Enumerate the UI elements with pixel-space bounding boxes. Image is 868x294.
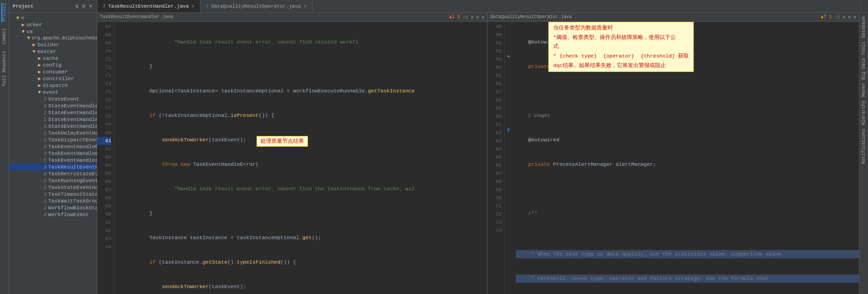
folder-icon-consumer: ▶ [38,69,41,75]
code-line-73: "Handle task result event error, cannot … [124,185,487,193]
java-selected-icon: J [43,164,47,170]
chinese-tooltip-right: 当任务类型为数据质量时 *阈值、检查类型、操作员和故障策略，使用以下公 式 * … [548,22,694,72]
error-count-right: ▲7 [821,14,826,19]
database-tab[interactable]: Database [861,16,866,38]
tree-item-label: master [38,48,56,54]
up-arrow-right[interactable]: ∧ [843,14,845,20]
tree-item-label: n [21,15,24,21]
tree-item-StateEventHandleError[interactable]: J StateEventHandleError [9,102,97,109]
tree-item-TaskEventHandler[interactable]: I TaskEventHandler [9,157,97,164]
tree-item-TaskRetryStateEventHandle[interactable]: J TaskRetryStateEventHandle [9,170,97,177]
tree-item-consumer[interactable]: ▶ consumer [9,68,97,75]
close-sidebar-icon[interactable]: ✕ [88,2,93,10]
tree-item-cache[interactable]: ▶ cache [9,55,97,62]
right-vertical-tabs: Database Big Data Tools Maven Hierarchy … [859,13,868,294]
tree-item-dispatch[interactable]: ▶ dispatch [9,82,97,89]
tree-item-label: TaskEventHandleException [48,150,97,156]
tab-label-2: DataQualityResultOperator.java [211,4,301,9]
up-arrow-left[interactable]: ∧ [471,14,474,20]
tree-item-TaskStateEventHandler[interactable]: J TaskStateEventHandler [9,184,97,191]
big-data-tools-tab[interactable]: Big Data Tools [861,42,866,80]
sidebar-header-icons: ⇅ ⚙ ✕ [74,2,93,10]
tab-task-result-event-handler[interactable]: J TaskResultEventHandler.java ✕ [97,0,200,12]
java-icon: J [43,137,47,143]
tree-item-va[interactable]: ▼ va [9,28,97,35]
tree-item-TaskEventHandleException[interactable]: J TaskEventHandleException [9,150,97,157]
folder-icon-cache: ▶ [38,55,41,61]
breadcrumb-left: TaskResultEventHandler.java [100,14,173,19]
error-count-left: ▲1 [449,14,455,19]
tree-item-label: va [27,29,33,34]
left-vertical-tabs: Project Commit Pull Requests [0,0,9,294]
tab-close-icon-2[interactable]: ✕ [304,3,307,9]
tree-item-TaskWaitTaskGroupStateH[interactable]: J TaskWaitTaskGroupStateH [9,198,97,204]
project-tab[interactable]: Project [1,3,7,22]
tree-item-TaskTimeoutStateEventHan[interactable]: J TaskTimeoutStateEventHan [9,191,97,198]
notifications-tab[interactable]: Notifications [861,129,866,164]
java-interface-icon: I [43,158,47,163]
tree-item-controller[interactable]: ▶ controller [9,75,97,82]
tree-item-TaskResultEventHandler[interactable]: J TaskResultEventHandler [9,164,97,170]
tree-item-StateEventHandleException[interactable]: J StateEventHandleException [9,109,97,116]
close-left-editor[interactable]: ✕ [482,14,484,20]
folder-icon-config: ▶ [38,62,41,68]
tab-close-icon-1[interactable]: ✕ [191,3,194,9]
tree-item-label: WorkflowEvent [48,212,89,217]
code-content-right[interactable]: @Autowired private ProcessService proces… [512,22,859,294]
folder-icon-controller: ▶ [38,76,41,82]
tree-item-TaskEventHandleError[interactable]: J TaskEventHandleError [9,143,97,150]
down-arrow-left[interactable]: ∨ [476,14,479,20]
pull-requests-tab[interactable]: Pull Requests [2,51,7,86]
tree-item-label: consumer [43,69,68,75]
java-icon: J [43,171,47,177]
tree-item-TaskRunningEventHandler[interactable]: J TaskRunningEventHandler [9,177,97,184]
tree-item-WorkflowEvent[interactable]: J WorkflowEvent [9,211,97,218]
tree-item-StateEventHandlerManager[interactable]: J StateEventHandlerManager [9,123,97,130]
tree-item-TaskDelayEventHandler[interactable]: J TaskDelayEventHandler [9,130,97,136]
code-line-69: Optional<TaskInstance> taskInstanceOptio… [124,87,487,95]
tree-item-label: TaskStateEventHandler [48,184,97,190]
tree-item-label: event [43,89,59,95]
java-icon: J [43,178,47,183]
maven-tab[interactable]: Maven [861,83,866,97]
code-line-r52b: @Autowired [516,136,859,144]
tree-item-label: TaskEventHandler [48,157,97,163]
settings-icon[interactable]: ⚙ [81,2,86,10]
tree-item-StateEvent[interactable]: J StateEvent [9,96,97,102]
java-icon: J [43,110,47,116]
close-right-editor[interactable]: ✕ [854,14,856,20]
tree-item-builder[interactable]: ▶ builder [9,41,97,48]
code-line-76: if (taskInstance.getState().typeIsFinish… [124,258,487,266]
code-line-r51 [516,87,859,95]
tree-item-label: TaskDispatchEventHandler [48,137,97,143]
tab-data-quality-result-operator[interactable]: J DataQualityResultOperator.java ✕ [200,0,313,12]
java-icon: J [43,144,47,149]
commit-tab[interactable]: Commit [2,28,7,44]
tree-item-master[interactable]: ▼ master [9,48,97,55]
sort-icon[interactable]: ⇅ [74,2,79,10]
tree-item-WorkflowBlockStateEventH[interactable]: J WorkflowBlockStateEventH [9,204,97,211]
down-arrow-right[interactable]: ∨ [848,14,851,20]
tree-item-config[interactable]: ▶ config [9,62,97,68]
java-icon: J [43,124,47,129]
java-icon: I [43,117,47,122]
tree-item-label: TaskRetryStateEventHandle [48,171,97,177]
tree-item-n[interactable]: ▼ n [9,14,97,21]
tree-item-label: org.apache.dolphinscheduler.server [32,36,97,41]
hierarchy-tab[interactable]: Hierarchy [861,101,866,125]
tree-item-org[interactable]: ▼ org.apache.dolphinscheduler.server [9,35,97,41]
chinese-tooltip-left: 处理质量节点结果 [256,136,308,147]
tree-item-StateEventHandler[interactable]: I StateEventHandler [9,116,97,123]
code-content-left[interactable]: "Handle task result event error, cannot … [121,22,487,294]
tree-item-label: builder [38,42,59,48]
tree-item-ocker[interactable]: ▶ ocker [9,21,97,28]
tree-item-event[interactable]: ▼ event [9,89,97,96]
tree-item-TaskDispatchEventHandler[interactable]: J TaskDispatchEventHandler [9,136,97,143]
line-numbers-right: 49 50 51 52 53 54 55 56 57 58 59 60 61 6… [488,22,505,294]
code-line-72: throw new TaskEventHandleError( [124,160,487,169]
tree-item-label: StateEventHandler [48,116,97,122]
editor-settings-icon[interactable]: ⋮ [858,2,864,10]
folder-icon-event: ▼ [38,90,41,95]
code-line-r55: /** [516,209,859,217]
ok-count-right: ✓1 [835,14,840,20]
